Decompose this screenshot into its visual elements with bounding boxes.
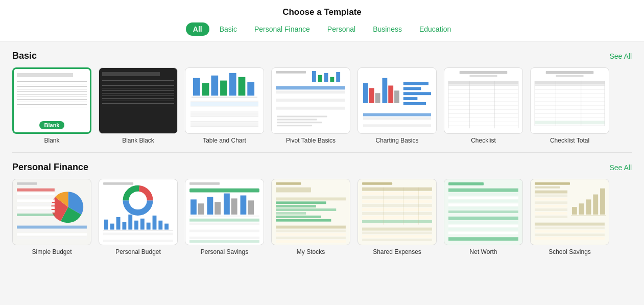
template-my-stocks[interactable]: My Stocks (271, 179, 350, 255)
pivot-table-svg (272, 68, 350, 133)
template-school-savings[interactable]: School Savings (530, 179, 609, 255)
svg-rect-6 (247, 82, 254, 96)
svg-rect-40 (388, 85, 393, 103)
svg-rect-195 (586, 199, 591, 215)
svg-rect-9 (190, 107, 258, 111)
svg-rect-69 (546, 71, 594, 74)
svg-rect-185 (535, 191, 567, 194)
svg-rect-197 (600, 189, 605, 215)
template-net-worth[interactable]: Net Worth (444, 179, 523, 255)
svg-rect-124 (207, 197, 213, 214)
svg-rect-28 (276, 99, 345, 102)
template-blank-black[interactable]: Blank Black (99, 67, 178, 144)
blank-header-line (17, 73, 73, 77)
svg-rect-135 (189, 233, 259, 236)
school-savings-svg (531, 179, 609, 245)
svg-rect-96 (17, 214, 55, 216)
tab-personal[interactable]: Personal (320, 22, 363, 36)
svg-rect-23 (330, 77, 334, 82)
svg-rect-115 (164, 224, 169, 230)
template-checklist-total[interactable]: Checklist Total (530, 67, 609, 144)
svg-rect-192 (535, 216, 567, 218)
pf-see-all[interactable]: See All (609, 163, 632, 172)
shared-expenses-svg (358, 179, 436, 245)
template-charting[interactable]: Charting Basics (357, 67, 437, 144)
template-personal-savings-thumb (185, 179, 264, 245)
svg-rect-110 (134, 221, 138, 230)
personal-finance-section: Personal Finance See All (12, 162, 632, 255)
template-table-chart-thumb (185, 67, 264, 134)
svg-rect-38 (375, 93, 380, 103)
blank-line (17, 89, 87, 89)
page-title: Choose a Template (0, 7, 644, 17)
template-simple-budget[interactable]: Simple Budget (12, 179, 91, 255)
svg-rect-25 (276, 86, 345, 89)
svg-rect-168 (362, 239, 432, 241)
svg-rect-181 (448, 231, 518, 234)
svg-rect-89 (17, 189, 55, 192)
svg-rect-123 (198, 203, 204, 215)
svg-rect-101 (103, 182, 133, 185)
basic-templates-wrapper: Blank Blank (12, 67, 632, 144)
template-blank-label: Blank (44, 137, 59, 144)
template-shared-expenses[interactable]: Shared Expenses (357, 179, 437, 255)
pf-section-title: Personal Finance (12, 162, 88, 173)
svg-rect-169 (448, 182, 484, 185)
blank-line (17, 84, 87, 84)
tab-business[interactable]: Business (366, 22, 409, 36)
svg-rect-49 (363, 121, 431, 123)
svg-rect-46 (403, 102, 426, 105)
personal-budget-svg (99, 179, 177, 245)
template-blank[interactable]: Blank Blank (12, 67, 91, 144)
header: Choose a Template All Basic Personal Fin… (0, 0, 644, 41)
template-personal-budget[interactable]: Personal Budget (99, 179, 178, 255)
svg-rect-109 (128, 215, 132, 230)
svg-rect-187 (535, 198, 567, 200)
svg-rect-151 (276, 240, 346, 243)
svg-rect-81 (535, 121, 605, 124)
bb-line (102, 83, 174, 83)
tab-basic[interactable]: Basic (212, 22, 244, 36)
svg-rect-53 (448, 81, 518, 85)
template-personal-savings[interactable]: Personal Savings (185, 179, 264, 255)
svg-rect-201 (535, 230, 605, 232)
template-blank-black-thumb (99, 67, 178, 134)
template-checklist[interactable]: Checklist (444, 67, 523, 144)
svg-rect-105 (104, 220, 108, 230)
blank-line (17, 99, 87, 100)
svg-rect-20 (312, 71, 316, 82)
template-shared-expenses-thumb (357, 179, 437, 245)
svg-rect-126 (224, 194, 230, 215)
bb-line (102, 103, 174, 104)
charting-svg (358, 68, 436, 133)
template-pivot-table-label: Pivot Table Basics (286, 137, 336, 144)
svg-rect-35 (277, 125, 312, 126)
template-pivot-table[interactable]: Pivot Table Basics (271, 67, 350, 144)
svg-rect-0 (193, 78, 200, 96)
template-table-chart-label: Table and Chart (203, 137, 246, 144)
svg-rect-1 (202, 83, 209, 96)
tab-all[interactable]: All (186, 22, 209, 36)
svg-rect-118 (103, 236, 173, 239)
basic-see-all[interactable]: See All (609, 52, 632, 60)
svg-rect-158 (362, 208, 432, 211)
main-content: Basic See All (0, 51, 644, 255)
tab-education[interactable]: Education (412, 22, 458, 36)
svg-rect-70 (556, 75, 583, 77)
svg-rect-143 (276, 208, 336, 211)
svg-rect-5 (238, 77, 246, 96)
svg-rect-31 (276, 111, 345, 114)
svg-rect-90 (17, 193, 55, 195)
svg-rect-137 (189, 240, 259, 243)
basic-section-header: Basic See All (12, 51, 632, 61)
svg-rect-176 (448, 210, 518, 213)
svg-rect-30 (276, 107, 345, 110)
svg-rect-42 (403, 82, 428, 85)
template-school-savings-label: School Savings (548, 248, 591, 255)
template-table-chart[interactable]: Table and Chart (185, 67, 264, 144)
svg-rect-93 (17, 203, 55, 205)
svg-rect-179 (448, 225, 518, 227)
tab-personal-finance[interactable]: Personal Finance (247, 22, 317, 36)
svg-rect-145 (276, 216, 321, 218)
svg-rect-136 (189, 237, 259, 239)
